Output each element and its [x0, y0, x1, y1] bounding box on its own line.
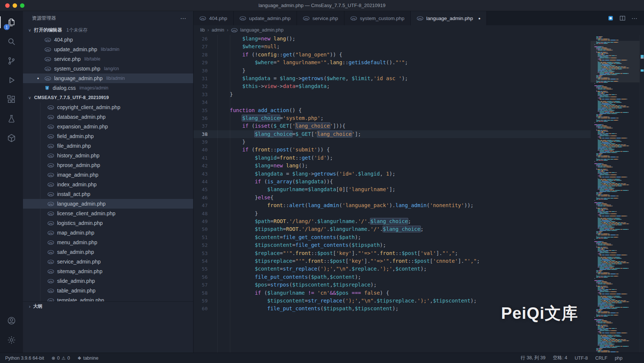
code-line[interactable]: 60 file_put_contents($tipspath,$tipscont… [194, 305, 591, 313]
tree-item[interactable]: phpfile_admin.php [23, 141, 193, 151]
tree-item[interactable]: phplogistics_admin.php [23, 218, 193, 228]
open-editor-item[interactable]: php404.php [23, 35, 193, 45]
open-editor-item[interactable]: 3dialog.cssimages/admin [23, 83, 193, 93]
close-button[interactable] [5, 3, 10, 8]
tree-item[interactable]: phpmap_admin.php [23, 228, 193, 238]
code-line[interactable]: 58 if ($langurlname != 'cn'&&$pos === fa… [194, 289, 591, 297]
source-control-icon[interactable] [0, 51, 23, 71]
explorer-icon[interactable]: 1 [0, 13, 23, 32]
code-line[interactable]: 45 $langurlname=$langdata[0]['langurlnam… [194, 186, 591, 193]
language-mode-status[interactable]: php [615, 356, 622, 361]
code-text: file_put_contents($tipspath,$tipscontent… [217, 305, 399, 313]
code-line[interactable]: 30 } [194, 67, 591, 75]
extensions-icon[interactable] [0, 90, 23, 109]
indentation-status[interactable]: 空格: 4 [553, 355, 567, 361]
eol-status[interactable]: CRLF [595, 356, 607, 361]
open-editor-item[interactable]: phpsystem_custom.phplang/cn [23, 64, 193, 73]
tree-item[interactable]: phpimage_admin.php [23, 170, 193, 180]
editor-tab[interactable]: phpservice.php [297, 11, 344, 25]
tree-item[interactable]: phpinstall_act.php [23, 189, 193, 199]
breadcrumb-item[interactable]: admin [212, 27, 224, 33]
cursor-position-status[interactable]: 行 38, 列 39 [521, 355, 545, 361]
code-line[interactable]: 49 $path=ROOT.'/lang/'.$langurlname.'/'.… [194, 218, 591, 225]
package-icon[interactable] [0, 128, 23, 148]
tree-item[interactable]: phphistory_admin.php [23, 151, 193, 160]
tree-item[interactable]: phpexpansion_admin.php [23, 122, 193, 131]
editor-tab[interactable]: phpupdate_admin.php [234, 11, 297, 25]
code-line[interactable]: 32 $this->view->data=$langdata; [194, 82, 591, 90]
outline-header[interactable]: › 大纲 [23, 301, 193, 311]
tree-item[interactable]: phpslide_admin.php [23, 276, 193, 286]
code-line[interactable]: 27 $where=null; [194, 43, 591, 50]
tabnine-extension-icon[interactable] [608, 15, 614, 21]
open-editor-item[interactable]: ●phplanguage_admin.phplib/admin [23, 73, 193, 83]
tree-item[interactable]: phpindex_admin.php [23, 180, 193, 189]
code-line[interactable]: 54 $tipsreplace="'".front::$post['key'].… [194, 257, 591, 265]
editor-tab[interactable]: phplanguage_admin.php● [411, 11, 487, 25]
code-line[interactable]: 35 function add_action() { [194, 107, 591, 114]
tree-item[interactable]: phpsitemap_admin.php [23, 266, 193, 276]
code-line[interactable]: 52 $tipscontent=file_get_contents($tipsp… [194, 241, 591, 249]
minimap[interactable] [591, 35, 640, 353]
code-line[interactable]: 40 if (front::post('submit')) { [194, 146, 591, 154]
code-line[interactable]: 29 $where=" langurlname='".lang::getisde… [194, 59, 591, 66]
tree-item[interactable]: phpcopyright_client_admin.php [23, 102, 193, 112]
code-line[interactable]: 42 $lang=new lang(); [194, 162, 591, 170]
folder-header[interactable]: ∨ CMSEASY_7.7.5_UTF-8_20210919 [23, 93, 193, 102]
code-line[interactable]: 46 }else{ [194, 194, 591, 202]
code-line[interactable]: 50 $tipspath=ROOT.'/lang/'.$langurlname.… [194, 225, 591, 233]
testing-flask-icon[interactable] [0, 109, 23, 128]
code-line[interactable]: 28 if (!config::get("lang_open")) { [194, 51, 591, 59]
code-line[interactable]: 57 $pos=strpos($tipscontent,$tipsreplace… [194, 281, 591, 289]
more-actions-icon[interactable]: ⋯ [631, 15, 637, 22]
tree-item[interactable]: phpsafe_admin.php [23, 247, 193, 257]
breadcrumb-item[interactable]: language_admin.php [240, 27, 284, 33]
code-line[interactable]: 55 $content=str_replace(');',"\n".$repla… [194, 265, 591, 273]
editor-tab[interactable]: phpsystem_custom.php [344, 11, 411, 25]
tree-item[interactable]: phpdatabase_admin.php [23, 112, 193, 122]
run-debug-icon[interactable] [0, 71, 23, 90]
code-line[interactable]: 36 $lang_choice='system.php'; [194, 114, 591, 122]
open-editor-item[interactable]: phpupdate_admin.phplib/admin [23, 45, 193, 54]
tree-item[interactable]: phpfield_admin.php [23, 131, 193, 141]
tree-item[interactable]: phptemplate_admin.php [23, 295, 193, 301]
code-editor[interactable]: 26 $lang=new lang();27 $where=null;28 if… [194, 35, 591, 353]
code-line[interactable]: 47 front::alert(lang_admin('language_pac… [194, 202, 591, 209]
encoding-status[interactable]: UTF-8 [575, 356, 588, 361]
search-icon[interactable] [0, 32, 23, 51]
tree-item[interactable]: phpservice_admin.php [23, 257, 193, 266]
tree-item[interactable]: phpmenu_admin.php [23, 238, 193, 247]
code-line[interactable]: 43 $langdata = $lang->getrows('id='.$lan… [194, 170, 591, 178]
code-line[interactable]: 39 } [194, 138, 591, 146]
code-line[interactable]: 41 $langid=front::get('id'); [194, 154, 591, 162]
python-version-status[interactable]: Python 3.9.6 64-bit [5, 356, 44, 361]
minimize-button[interactable] [13, 3, 17, 8]
code-line[interactable]: 31 $langdata = $lang->getrows($where, $l… [194, 75, 591, 82]
tree-item[interactable]: phphprose_admin.php [23, 160, 193, 170]
code-line[interactable]: 44 if (is_array($langdata)){ [194, 178, 591, 186]
tabnine-status[interactable]: ❖ tabnine [77, 356, 99, 361]
code-line[interactable]: 26 $lang=new lang(); [194, 35, 591, 43]
settings-gear-icon[interactable] [0, 330, 23, 350]
tree-item[interactable]: phplicense_client_admin.php [23, 209, 193, 218]
split-editor-icon[interactable] [620, 15, 625, 21]
zoom-button[interactable] [20, 3, 24, 8]
code-line[interactable]: 38 $lang_choice=$_GET['lang_choice']; [194, 130, 591, 138]
breadcrumb-item[interactable]: lib [200, 27, 205, 33]
code-line[interactable]: 51 $content=file_get_contents($path); [194, 233, 591, 241]
editor-tab[interactable]: php404.php [194, 11, 234, 25]
code-line[interactable]: 56 file_put_contents($path,$content); [194, 273, 591, 281]
code-line[interactable]: 48 } [194, 210, 591, 218]
code-line[interactable]: 53 $replace="'".front::$post['key']."'=>… [194, 249, 591, 257]
code-line[interactable]: 37 if (isset($_GET['lang_choice'])){ [194, 122, 591, 130]
problems-status[interactable]: ⊗ 0 ⚠ 0 [52, 356, 70, 361]
more-actions-icon[interactable]: ⋯ [180, 15, 186, 22]
tree-item[interactable]: phptable_admin.php [23, 286, 193, 295]
account-icon[interactable] [0, 311, 23, 330]
open-editor-item[interactable]: phpservice.phplib/table [23, 54, 193, 64]
code-line[interactable]: 34 [194, 98, 591, 106]
open-editors-header[interactable]: ∨ 打开的编辑器 1个未保存 [23, 25, 193, 35]
code-line[interactable]: 33 } [194, 91, 591, 98]
tree-item[interactable]: phplanguage_admin.php [23, 199, 193, 209]
code-line[interactable]: 59 $tipscontent=str_replace(');',"\n".$t… [194, 297, 591, 305]
